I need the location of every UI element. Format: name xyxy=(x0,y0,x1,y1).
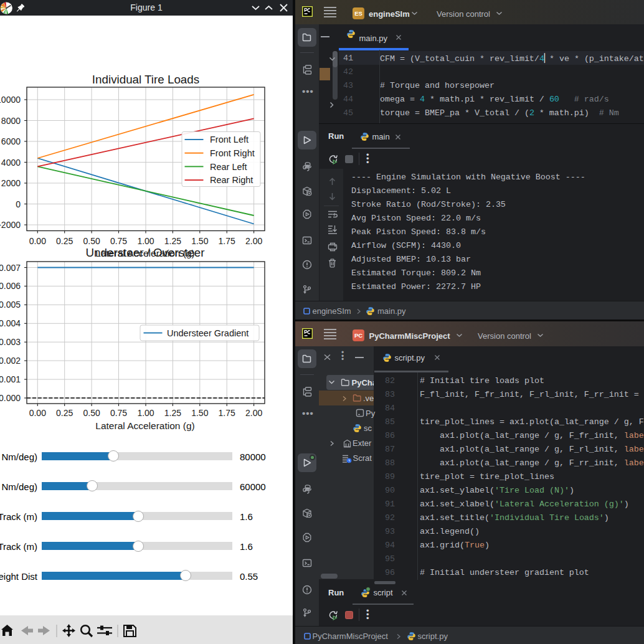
svg-text:1.50: 1.50 xyxy=(191,236,208,246)
svg-text:0.003: 0.003 xyxy=(0,337,21,347)
svg-text:0.25: 0.25 xyxy=(56,408,73,418)
svg-text:0.004: 0.004 xyxy=(0,318,21,328)
svg-text:6000: 6000 xyxy=(1,136,21,146)
svg-text:1.25: 1.25 xyxy=(164,408,181,418)
svg-text:Individual Tire Loads: Individual Tire Loads xyxy=(92,73,199,86)
svg-text:1.00: 1.00 xyxy=(137,408,154,418)
svg-text:1.75: 1.75 xyxy=(219,408,235,418)
svg-text:0.50: 0.50 xyxy=(83,408,100,418)
svg-text:0.005: 0.005 xyxy=(0,300,21,310)
svg-text:Rear Left: Rear Left xyxy=(210,162,247,172)
svg-text:4000: 4000 xyxy=(1,158,21,168)
svg-text:0.00: 0.00 xyxy=(29,236,46,246)
svg-text:0.25: 0.25 xyxy=(56,236,73,246)
svg-text:0.75: 0.75 xyxy=(110,408,127,418)
svg-text:1.00: 1.00 xyxy=(137,236,154,246)
svg-text:0.000: 0.000 xyxy=(0,393,21,403)
svg-text:Understeer / Oversteer: Understeer / Oversteer xyxy=(85,246,204,259)
svg-text:2.00: 2.00 xyxy=(245,236,262,246)
svg-text:Understeer Gradient: Understeer Gradient xyxy=(167,328,249,338)
svg-text:Front Left: Front Left xyxy=(210,135,249,144)
svg-text:2.00: 2.00 xyxy=(245,408,262,418)
svg-text:Lateral Acceleration (g): Lateral Acceleration (g) xyxy=(95,420,194,431)
svg-text:Rear Right: Rear Right xyxy=(210,175,253,185)
svg-text:0.00: 0.00 xyxy=(29,408,46,418)
svg-text:10000: 10000 xyxy=(0,95,21,105)
svg-text:0.001: 0.001 xyxy=(0,374,21,384)
svg-text:0.002: 0.002 xyxy=(0,356,21,366)
svg-text:0.50: 0.50 xyxy=(83,236,100,246)
svg-text:1.25: 1.25 xyxy=(164,236,181,246)
svg-text:1.75: 1.75 xyxy=(219,236,235,246)
svg-text:0.006: 0.006 xyxy=(0,281,21,291)
svg-text:Front Right: Front Right xyxy=(210,148,255,158)
svg-text:0.75: 0.75 xyxy=(110,236,127,246)
svg-text:−2000: −2000 xyxy=(0,220,21,230)
svg-text:2000: 2000 xyxy=(1,178,21,188)
svg-text:0.007: 0.007 xyxy=(0,263,21,273)
svg-text:1.50: 1.50 xyxy=(191,408,208,418)
svg-text:8000: 8000 xyxy=(1,116,21,126)
svg-text:0: 0 xyxy=(16,199,21,209)
